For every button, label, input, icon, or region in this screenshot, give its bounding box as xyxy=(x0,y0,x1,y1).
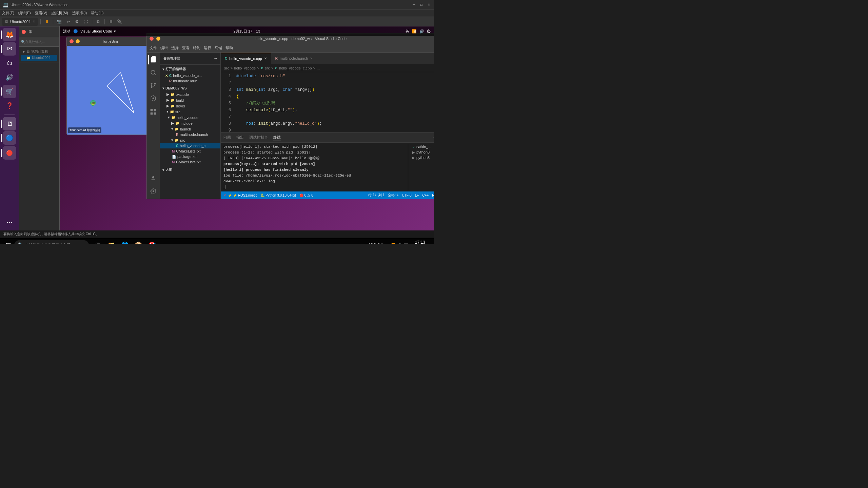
tree-ubuntu-item[interactable]: 📁 Ubuntu2004 xyxy=(21,55,57,61)
status-eol[interactable]: LF xyxy=(415,193,419,198)
taskbar-edge[interactable]: 🌐 xyxy=(119,239,131,244)
menu-select[interactable]: 选择 xyxy=(171,45,179,50)
breadcrumb-file[interactable]: hello_vscode_c.cpp xyxy=(279,66,312,70)
keyboard-icon[interactable]: ⌨ xyxy=(403,243,408,244)
settings-btn[interactable]: ⚙ xyxy=(73,18,81,25)
turtlesim-minimize[interactable] xyxy=(76,39,80,43)
tab-cpp[interactable]: C hello_vscode_c.cpp ✕ xyxy=(221,53,271,64)
turtlesim-close[interactable] xyxy=(70,39,74,43)
menu-file[interactable]: 文件 xyxy=(150,45,157,50)
file-cmakelists[interactable]: M CMakeLists.txt xyxy=(160,148,220,154)
taskbar-task-view[interactable]: ⧉ xyxy=(92,239,104,244)
breadcrumb-src[interactable]: src xyxy=(224,66,229,70)
status-spaces[interactable]: 空格: 4 xyxy=(388,193,398,198)
file-cmakelists2[interactable]: M CMakeLists.txt xyxy=(160,159,220,165)
menu-view[interactable]: 查看(V) xyxy=(35,11,47,16)
vscode-min-btn[interactable] xyxy=(156,37,160,41)
folder-vscode[interactable]: ▶ 📁 .vscode xyxy=(160,92,220,97)
terminal-add-btn[interactable]: + xyxy=(433,135,434,140)
folder-src[interactable]: ▾ 📁 src xyxy=(160,109,220,115)
status-error[interactable]: ✕ ⚡ ⚡ ROS1.noetic xyxy=(223,194,257,197)
folder-devel[interactable]: ▶ 📁 devel xyxy=(160,103,220,109)
tree-my-computer[interactable]: ▶ 🖥 我的计算机 xyxy=(21,48,57,55)
menu-help[interactable]: 帮助 xyxy=(225,45,233,50)
lang-indicator[interactable]: 英 xyxy=(406,29,409,34)
menu-file[interactable]: 文件(F) xyxy=(2,11,14,16)
minimize-button[interactable]: ─ xyxy=(412,2,416,7)
taskbar-vmware[interactable]: 📦 xyxy=(132,239,144,244)
menu-view[interactable]: 查看 xyxy=(182,45,190,50)
actbar-settings[interactable] xyxy=(148,186,158,196)
status-lang[interactable]: C++ xyxy=(422,193,429,198)
search-input[interactable] xyxy=(25,40,57,44)
panel-icon-vscode[interactable]: 🔵 xyxy=(3,131,16,145)
menu-help[interactable]: 帮助(H) xyxy=(91,11,103,16)
display-btn[interactable]: 🖥 xyxy=(107,18,115,25)
terminal-main[interactable]: process[hello-1]: started with pid [2501… xyxy=(223,144,408,190)
tab-close-launch[interactable]: ✕ xyxy=(310,57,313,60)
panel-icon-vmware[interactable]: 🔴 xyxy=(3,146,16,160)
breadcrumb-hello-vscode[interactable]: hello_vscode xyxy=(234,66,256,70)
breadcrumb-src2[interactable]: src xyxy=(265,66,270,70)
network-icon[interactable]: 📶 xyxy=(412,29,417,34)
panel-icon-files[interactable]: 🗂 xyxy=(3,56,16,70)
status-line[interactable]: 行 14, 列 1 xyxy=(368,193,384,198)
menu-vm[interactable]: 虚拟机(M) xyxy=(51,11,68,16)
taskbar-file-explorer[interactable]: 📁 xyxy=(105,239,117,244)
actbar-explorer[interactable] xyxy=(148,55,158,65)
panel-icon-show-apps[interactable]: ⋯ xyxy=(3,216,16,229)
menu-terminal[interactable]: 终端 xyxy=(215,45,222,50)
sidebar-more[interactable]: ··· xyxy=(214,57,217,60)
arrow-up-icon[interactable]: ▲ xyxy=(386,243,389,244)
vm-tab[interactable]: Ubuntu2004 xyxy=(10,20,31,24)
close-button[interactable]: ✕ xyxy=(427,2,431,7)
tab-launch[interactable]: R multinode.launch ✕ xyxy=(271,53,317,64)
fullscreen-btn[interactable]: ⛶ xyxy=(82,18,90,25)
tab-problems[interactable]: 问题 xyxy=(223,134,231,141)
outline-header[interactable]: ▾ 大纲 xyxy=(160,166,220,174)
activities-button[interactable]: 活动 xyxy=(63,29,71,34)
menu-run[interactable]: 运行 xyxy=(204,45,211,50)
actbar-debug[interactable] xyxy=(148,93,158,103)
panel-icon-thunderbird[interactable]: ✉ xyxy=(3,42,16,56)
folder-hello-vscode[interactable]: ▾ 📁 hello_vscode xyxy=(160,115,220,120)
file-manager-search[interactable]: 🔍 xyxy=(19,37,59,47)
panel-icon-firefox[interactable]: 🦊 xyxy=(3,28,16,41)
power-icon[interactable]: ⏻ xyxy=(427,29,431,33)
status-encoding[interactable]: UTF-8 xyxy=(402,193,411,198)
vm-tab-close[interactable]: ✕ xyxy=(33,20,35,23)
tab-output[interactable]: 输出 xyxy=(236,134,244,141)
breadcrumb-dots[interactable]: ... xyxy=(317,66,320,70)
pause-btn[interactable]: ⏸ xyxy=(43,18,51,25)
panel-icon-terminal[interactable]: 🖥 xyxy=(3,117,16,130)
folder-include[interactable]: ▶ 📁 include xyxy=(160,120,220,126)
taskbar-unity[interactable]: 🎯 xyxy=(146,239,158,244)
folder-launch[interactable]: ▾ 📁 launch xyxy=(160,126,220,132)
actbar-extensions[interactable] xyxy=(148,107,158,117)
actbar-search[interactable] xyxy=(148,67,158,78)
actbar-account[interactable] xyxy=(148,173,158,183)
network-tray-icon[interactable]: 📶 xyxy=(391,243,395,244)
tab-terminal[interactable]: 终端 xyxy=(273,134,281,141)
workspace-header[interactable]: ▾ DEMO02_WS xyxy=(160,85,220,92)
taskbar-system-tray[interactable]: ☁ 14°C 多云 xyxy=(363,243,383,244)
tab-close-cpp[interactable]: ✕ xyxy=(264,57,267,60)
open-file-cpp[interactable]: ✕ C hello_vscode_c... xyxy=(160,73,220,78)
folder-src-inner[interactable]: ▾ 📁 src xyxy=(160,137,220,143)
open-editors-header[interactable]: ▾ 打开的编辑器 xyxy=(160,65,220,73)
taskbar-search-bar[interactable]: 🔍 在这里输入你要搜索的内容 xyxy=(14,240,89,244)
file-multinode-launch[interactable]: R multinode.launch xyxy=(160,132,220,137)
revert-btn[interactable]: ↩ xyxy=(64,18,72,25)
panel-icon-rhythmbox[interactable]: 🔊 xyxy=(3,70,16,84)
menu-edit[interactable]: 编辑 xyxy=(160,45,168,50)
file-hello-cpp[interactable]: C hello_vscode_c... xyxy=(160,143,220,148)
tab-debug-console[interactable]: 调试控制台 xyxy=(249,134,268,141)
menu-edit[interactable]: 编辑(E) xyxy=(18,11,31,16)
menu-tab[interactable]: 选项卡(I) xyxy=(72,11,87,16)
menu-goto[interactable]: 转到 xyxy=(193,45,200,50)
terminal-python3-2[interactable]: ▶ python3 xyxy=(411,155,434,160)
snapshot-btn[interactable]: 📷 xyxy=(56,18,63,25)
terminal-catkin[interactable]: ✓ catkin_... xyxy=(411,144,434,149)
actbar-git[interactable] xyxy=(148,80,158,90)
file-package-xml[interactable]: 📄 package.xml xyxy=(160,154,220,159)
